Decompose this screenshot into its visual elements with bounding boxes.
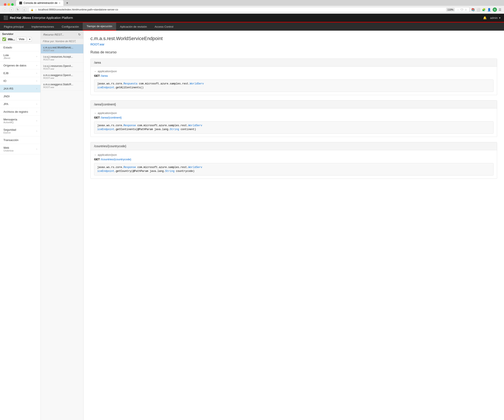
code-block-area-continent: javax.ws.rs.core.Response com.microsoft.… bbox=[94, 121, 493, 134]
resource-section-area: /area ← application/json GET //area java… bbox=[90, 59, 497, 95]
view-button[interactable]: Vista bbox=[17, 37, 26, 42]
security-icon: 🔒 bbox=[31, 8, 34, 11]
chevron-right-icon: › bbox=[36, 87, 37, 90]
sidebar-item-jaxrs[interactable]: JAX-RS › bbox=[0, 85, 41, 93]
nav-item-patching[interactable]: Aplicación de revisión bbox=[116, 23, 151, 30]
menu-icon[interactable]: ☰ bbox=[499, 8, 501, 11]
sidebar: Servidor ✅ 05b... Vista ▾ Estado Lote JB… bbox=[0, 31, 41, 420]
tab-title: Consola de administración de bbox=[24, 1, 57, 5]
main-navigation: Página principal Implementaciones Config… bbox=[0, 23, 504, 31]
chevron-right-icon: › bbox=[36, 111, 37, 113]
rest-item-2[interactable]: i.s.v.j.i.resources.OpenA... ROOT.war bbox=[41, 63, 83, 72]
resource-method-link-area-continent[interactable]: //area/{continent} bbox=[101, 116, 121, 119]
resource-method-link-area[interactable]: //area bbox=[101, 74, 108, 77]
sidebar-item-estado[interactable]: Estado bbox=[0, 44, 41, 51]
sidebar-item-jndi[interactable]: JNDI bbox=[0, 93, 41, 100]
sidebar-item-jpa[interactable]: JPA › bbox=[0, 100, 41, 108]
resource-path-area: /area bbox=[91, 59, 497, 67]
app-title: Red Hat JBoss Enterprise Application Pla… bbox=[10, 16, 73, 19]
sidebar-item-archivos[interactable]: Archivos de registro › bbox=[0, 108, 41, 116]
resource-arrow-countries: ← application/json bbox=[94, 153, 493, 156]
nav-item-access-control[interactable]: Access Control bbox=[151, 23, 177, 30]
middle-panel: Recurso REST... ↻ c.m.a.s.rest.WorldServ… bbox=[41, 31, 84, 420]
sidebar-item-mensajeria[interactable]: Mensajería ActiveMQ › bbox=[0, 116, 41, 126]
tab-close-button[interactable]: ✕ bbox=[59, 2, 60, 4]
close-traffic-light[interactable] bbox=[4, 3, 6, 6]
minimize-traffic-light[interactable] bbox=[7, 3, 10, 6]
home-button[interactable]: ⌂ bbox=[22, 7, 27, 12]
library-icon[interactable]: 📚 bbox=[471, 8, 475, 11]
redhat-logo-icon: ⬛ bbox=[3, 15, 8, 20]
server-status-icon: ✅ bbox=[2, 37, 6, 41]
notification-bell-icon[interactable]: 🔔 bbox=[483, 16, 487, 19]
forward-button[interactable]: › bbox=[9, 7, 14, 12]
admin-user-label[interactable]: admin ▾ bbox=[490, 16, 501, 19]
nav-item-deployments[interactable]: Implementaciones bbox=[28, 23, 58, 30]
sidebar-item-web[interactable]: Web Undertow › bbox=[0, 144, 41, 154]
browser-navbar: ‹ › ↻ ⌂ 🔒 ◻ localhost:9990/console/index… bbox=[0, 6, 504, 14]
resource-path-countries: /countries/{countrycode} bbox=[91, 142, 497, 150]
resource-arrow-area: ← application/json bbox=[94, 70, 493, 73]
rest-filter-input[interactable] bbox=[41, 39, 83, 44]
page-title: c.m.a.s.rest.WorldServiceEndpoint bbox=[90, 36, 497, 41]
address-bar[interactable]: 🔒 ◻ localhost:9990/console/index.html#ru… bbox=[28, 7, 469, 12]
nav-item-runtime[interactable]: Tiempo de ejecución bbox=[83, 23, 116, 31]
chevron-right-icon: › bbox=[36, 72, 37, 74]
rest-item-3[interactable]: o.m.o.swaggerui.OpenA... ROOT.war bbox=[41, 72, 83, 81]
resource-method-area: GET //area bbox=[94, 74, 493, 77]
resource-section-countries: /countries/{countrycode} ← application/j… bbox=[90, 142, 497, 179]
resource-method-area-continent: GET //area/{continent} bbox=[94, 116, 493, 119]
chevron-right-icon: › bbox=[36, 80, 37, 82]
nav-item-home[interactable]: Página principal bbox=[0, 23, 28, 30]
address-text: localhost:9990/console/index.html#runtim… bbox=[38, 8, 445, 11]
sidebar-item-io[interactable]: IO › bbox=[0, 77, 41, 85]
sidebar-item-lote[interactable]: Lote JBeret › bbox=[0, 51, 41, 62]
app-header: ⬛ Red Hat JBoss Enterprise Application P… bbox=[0, 14, 504, 22]
sidebar-item-ejb[interactable]: EJB › bbox=[0, 69, 41, 77]
chevron-right-icon: › bbox=[36, 64, 37, 67]
rest-item-4[interactable]: o.m.o.swaggerui.StaticR... ROOT.war bbox=[41, 81, 83, 90]
resource-section-area-continent: /area/{continent} ← application/json GET… bbox=[90, 100, 497, 137]
sidebar-item-seguridad[interactable]: Seguridad Elytron › bbox=[0, 126, 41, 136]
more-icon[interactable]: ··· bbox=[457, 8, 459, 11]
resource-method-link-countries[interactable]: //countries/{countrycode} bbox=[101, 158, 131, 161]
header-right: 🔔 admin ▾ bbox=[483, 16, 501, 19]
shield-icon: ◻ bbox=[35, 8, 37, 11]
resource-method-countries: GET //countries/{countrycode} bbox=[94, 158, 493, 161]
rest-item-1[interactable]: i.s.v.j.i.resources.Accept... ROOT.war bbox=[41, 54, 83, 63]
rest-resource-header: Recurso REST... bbox=[43, 33, 64, 36]
bookmark-icon[interactable]: 🛡 bbox=[461, 8, 463, 11]
refresh-icon[interactable]: ↻ bbox=[78, 33, 81, 36]
rest-item-0[interactable]: c.m.a.s.rest.WorldServic... ROOT.war bbox=[41, 44, 83, 54]
war-link[interactable]: ROOT.war bbox=[90, 43, 497, 46]
sidebar-item-origenes[interactable]: Orígenes de datos › bbox=[0, 62, 41, 69]
server-row: ✅ 05b... Vista ▾ bbox=[2, 37, 38, 42]
section-heading: Rutas de recurso bbox=[90, 50, 497, 54]
nav-item-configuration[interactable]: Configuración bbox=[58, 23, 83, 30]
profile-icon[interactable]: 👤 bbox=[487, 8, 491, 11]
chevron-right-icon: › bbox=[36, 148, 37, 150]
browser-tab-bar: ⬛ Consola de administración de ✕ + bbox=[0, 0, 504, 6]
extensions-icon[interactable]: 🧩 bbox=[482, 8, 486, 11]
chevron-right-icon: › bbox=[36, 120, 37, 122]
maximize-traffic-light[interactable] bbox=[11, 3, 14, 6]
chevron-right-icon: › bbox=[36, 55, 37, 58]
chevron-right-icon: › bbox=[36, 103, 37, 105]
sidebar-item-transaccion[interactable]: Transacción bbox=[0, 136, 41, 144]
tab-favicon: ⬛ bbox=[19, 1, 22, 5]
resource-body-area-continent: ← application/json GET //area/{continent… bbox=[91, 108, 497, 137]
main-content: c.m.a.s.rest.WorldServiceEndpoint ROOT.w… bbox=[84, 31, 504, 420]
star-icon[interactable]: ☆ bbox=[465, 8, 467, 11]
resource-body-countries: ← application/json GET //countries/{coun… bbox=[91, 150, 497, 179]
active-browser-tab[interactable]: ⬛ Consola de administración de ✕ bbox=[16, 0, 64, 6]
zoom-level: 110% bbox=[446, 8, 455, 11]
back-button[interactable]: ‹ bbox=[3, 7, 7, 12]
sync-icon[interactable]: G bbox=[493, 7, 497, 12]
view-dropdown-button[interactable]: ▾ bbox=[28, 37, 32, 42]
new-tab-button[interactable]: + bbox=[64, 0, 70, 6]
app-body: Servidor ✅ 05b... Vista ▾ Estado Lote JB… bbox=[0, 31, 504, 420]
reload-button[interactable]: ↻ bbox=[15, 7, 20, 12]
chevron-right-icon: › bbox=[36, 130, 37, 132]
sidebar-toggle-icon[interactable]: ⬜ bbox=[477, 8, 480, 11]
resource-path-area-continent: /area/{continent} bbox=[91, 101, 497, 108]
